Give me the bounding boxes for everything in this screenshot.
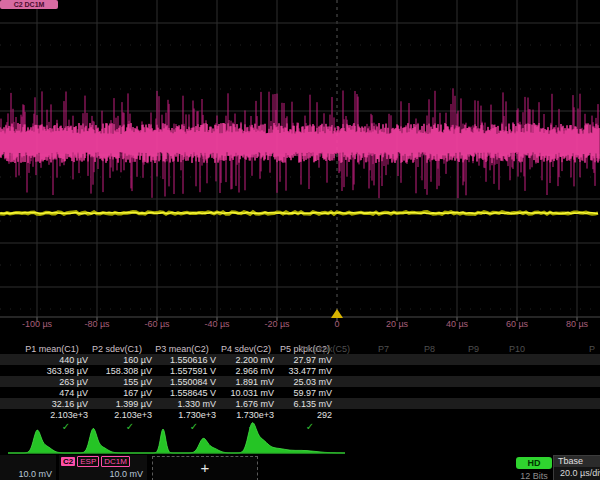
timebase-descriptor[interactable]: Tbase 20.0 µs/div bbox=[553, 455, 600, 480]
status-check-icon: ✓ bbox=[190, 421, 198, 432]
measure-header-dim[interactable]: P6 pkpk(C5) bbox=[300, 344, 350, 354]
add-trace-button[interactable]: + bbox=[152, 456, 258, 480]
channel-c1-descriptor[interactable]: C1 DC1M 10.0 mV bbox=[0, 455, 56, 480]
channel-c2-descriptor[interactable]: C2 ESP DC1M 10.0 mV bbox=[59, 455, 147, 480]
measure-value: 33.477 mV bbox=[254, 366, 332, 376]
time-axis-tick: -40 µs bbox=[204, 319, 229, 329]
measure-value: 59.97 mV bbox=[254, 388, 332, 398]
c2-scale-value: 10.0 mV bbox=[59, 468, 147, 479]
time-axis-tick: 20 µs bbox=[386, 319, 408, 329]
time-axis-tick: 40 µs bbox=[446, 319, 468, 329]
time-axis-tick: -20 µs bbox=[264, 319, 289, 329]
time-axis-tick: -60 µs bbox=[144, 319, 169, 329]
c2-esp-tag: ESP bbox=[77, 456, 99, 467]
measure-header-p2[interactable]: P2 sdev(C1) bbox=[92, 344, 142, 354]
traces bbox=[0, 88, 599, 214]
measurement-histicons bbox=[8, 423, 345, 453]
measure-header-p1[interactable]: P1 mean(C1) bbox=[25, 344, 79, 354]
time-axis-tick: -100 µs bbox=[22, 319, 52, 329]
measure-value: 27.97 mV bbox=[254, 355, 332, 365]
measure-header-dim[interactable]: P10 bbox=[509, 344, 525, 354]
status-check-icon: ✓ bbox=[306, 421, 314, 432]
add-trace-icon: + bbox=[201, 459, 210, 476]
measure-header-dim[interactable]: P8 bbox=[424, 344, 435, 354]
timebase-title: Tbase bbox=[554, 456, 600, 467]
timebase-value: 20.0 µs/div bbox=[554, 467, 600, 478]
measure-value: 6.135 mV bbox=[254, 399, 332, 409]
time-axis-tick: 60 µs bbox=[506, 319, 528, 329]
status-check-icon: ✓ bbox=[248, 421, 256, 432]
measure-value: 25.03 mV bbox=[254, 377, 332, 387]
c2-coupling-tag: DC1M bbox=[101, 456, 130, 467]
trace-label-badge[interactable]: C2 DC1M bbox=[0, 0, 58, 9]
status-check-icon: ✓ bbox=[126, 421, 134, 432]
hd-mode-badge: HD bbox=[516, 457, 552, 469]
time-axis-tick: 0 bbox=[334, 319, 339, 329]
measure-header-dim[interactable]: P bbox=[589, 344, 595, 354]
measure-header-p4[interactable]: P4 sdev(C2) bbox=[221, 344, 271, 354]
time-axis-tick: 80 µs bbox=[566, 319, 588, 329]
c1-scale-value: 10.0 mV bbox=[0, 468, 56, 479]
status-check-icon: ✓ bbox=[62, 421, 70, 432]
trigger-position-icon[interactable] bbox=[331, 309, 343, 318]
time-axis-tick: -80 µs bbox=[84, 319, 109, 329]
measure-value: 292 bbox=[254, 410, 332, 420]
oscilloscope-screen: C2 DC1M -100 µs-80 µs-60 µs-40 µs-20 µs0… bbox=[0, 0, 600, 480]
c2-label: C2 bbox=[61, 457, 75, 466]
measure-header-p3[interactable]: P3 mean(C2) bbox=[155, 344, 209, 354]
measure-header-dim[interactable]: P7 bbox=[378, 344, 389, 354]
hd-bits-label: 12 Bits bbox=[516, 471, 552, 480]
measure-header-dim[interactable]: P9 bbox=[468, 344, 479, 354]
